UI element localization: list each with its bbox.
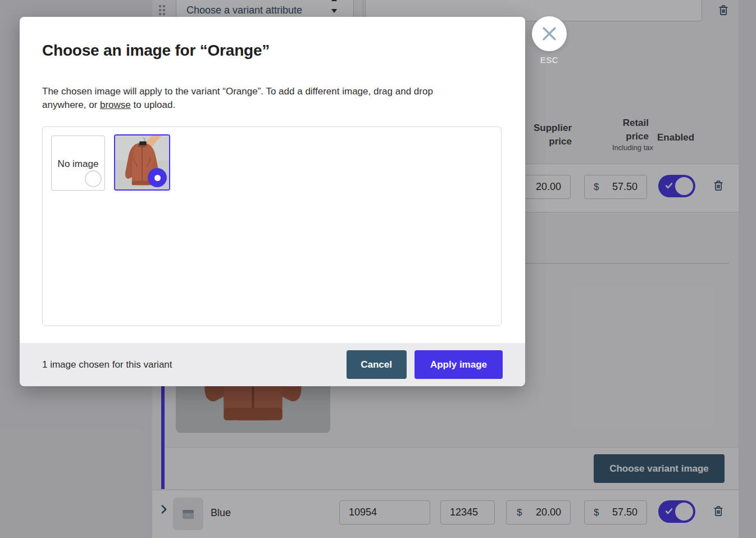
- no-image-radio[interactable]: [85, 170, 102, 187]
- modal-close-button[interactable]: [532, 16, 567, 51]
- no-image-option[interactable]: No image: [51, 135, 105, 191]
- esc-hint-label: ESC: [532, 55, 567, 65]
- image-picker-area: No image: [42, 126, 502, 326]
- jacket-image-radio-selected[interactable]: [148, 168, 167, 187]
- modal-title: Choose an image for “Orange”: [42, 42, 270, 60]
- selection-status-text: 1 image chosen for this variant: [42, 359, 172, 370]
- apply-image-button[interactable]: Apply image: [415, 350, 503, 379]
- browse-link[interactable]: browse: [100, 100, 131, 110]
- jacket-image-option[interactable]: [114, 134, 170, 191]
- description-text-end: to upload.: [131, 100, 175, 110]
- no-image-label: No image: [52, 159, 104, 170]
- modal-footer: 1 image chosen for this variant Cancel A…: [20, 343, 525, 386]
- modal-body: Choose an image for “Orange” The chosen …: [20, 17, 525, 343]
- modal-description: The chosen image will apply to the varia…: [42, 85, 469, 111]
- close-icon: [542, 26, 557, 41]
- cancel-button[interactable]: Cancel: [347, 350, 407, 379]
- choose-image-modal: Choose an image for “Orange” The chosen …: [20, 17, 525, 386]
- footer-buttons: Cancel Apply image: [347, 350, 503, 379]
